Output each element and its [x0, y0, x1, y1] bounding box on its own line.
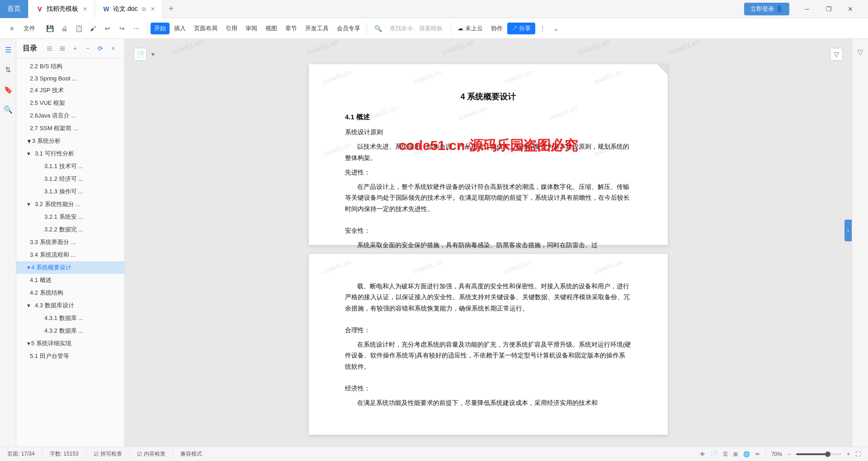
- print-preview-icon[interactable]: 🖨: [58, 22, 71, 35]
- redo-icon[interactable]: ↪: [116, 22, 128, 35]
- toc-item-5[interactable]: ▼ 5 系统详细实现: [16, 337, 124, 350]
- toc-item-321[interactable]: 3.2.1 系统安 ...: [16, 211, 124, 223]
- more-icon[interactable]: ⋯: [130, 22, 143, 35]
- toc-item-23[interactable]: 2.3 Spring Boot ...: [16, 73, 124, 84]
- toolbar-layout-btn[interactable]: 页面布局: [190, 23, 221, 34]
- sidebar-header: 目录 ⊟ ⊞ + − ⟳ ×: [16, 39, 124, 58]
- format-icon[interactable]: 🖌: [87, 22, 99, 35]
- doc-icon-btn[interactable]: 📄: [134, 48, 146, 61]
- zoom-level: 70%: [771, 451, 782, 457]
- toolbar-review-btn[interactable]: 审阅: [242, 23, 261, 34]
- print-view-icon: 📄: [711, 451, 717, 457]
- tab-doc-close[interactable]: ✕: [151, 6, 155, 12]
- toolbar-dev-btn[interactable]: 开发工具: [302, 23, 332, 34]
- save-icon[interactable]: 💾: [43, 22, 56, 35]
- design-principle-label: 系统设计原则: [345, 127, 632, 138]
- edit-view-btn[interactable]: 🌐: [743, 451, 750, 457]
- toc-item-313[interactable]: 3.1.3 操作可 ...: [16, 185, 124, 198]
- toolbar-reference-btn[interactable]: 引用: [222, 23, 241, 34]
- toc-item-25[interactable]: 2.5 VUE 框架: [16, 97, 124, 109]
- toc-item-42[interactable]: 4.2 系统结构: [16, 287, 124, 299]
- home-tab[interactable]: 首页: [0, 0, 28, 18]
- toc-item-312[interactable]: 3.1.2 经济可 ...: [16, 173, 124, 185]
- doc-area[interactable]: code51.cn code51.cn code51.cn code51.cn …: [125, 39, 852, 447]
- filter-icon[interactable]: ▽: [830, 48, 843, 61]
- zoom-slider-thumb[interactable]: [825, 452, 830, 457]
- toc-item-33[interactable]: 3.3 系统界面分 ...: [16, 236, 124, 249]
- toc-item-313-label: 3.1.3 操作可 ...: [23, 188, 83, 196]
- toc-item-4[interactable]: ▼ 4 系统概要设计: [16, 261, 124, 274]
- toc-item-311[interactable]: 3.1.1 技术可 ...: [16, 160, 124, 173]
- toolbar-expand-icon[interactable]: ⌄: [550, 22, 562, 35]
- toc-item-431[interactable]: 4.3.1 数据库 ...: [16, 312, 124, 325]
- toc-item-321-label: 3.2.1 系统安 ...: [23, 213, 83, 221]
- toc-item-322[interactable]: 3.2.2 数据完 ...: [16, 223, 124, 236]
- spell-check[interactable]: ☑ 拼写检查: [94, 450, 122, 458]
- zoom-out-btn[interactable]: −: [788, 451, 791, 457]
- fullscreen-btn[interactable]: ⛶: [855, 451, 861, 457]
- toc-sync-icon[interactable]: ⟳: [95, 43, 105, 53]
- toc-item-31[interactable]: ▼ 3.1 可行性分析: [16, 147, 124, 160]
- toolbar-undo-group: 💾 🖨 📋 🖌 ↩ ↪ ⋯: [42, 22, 145, 35]
- undo-icon[interactable]: ↩: [101, 22, 114, 35]
- toc-item-33-label: 3.3 系统界面分 ...: [23, 238, 75, 246]
- annotate-btn[interactable]: ✏: [755, 451, 760, 457]
- sidebar-close-icon[interactable]: ×: [108, 43, 118, 53]
- login-button[interactable]: 立即登录 👤: [744, 3, 789, 15]
- toolbar-divider-2: [367, 22, 367, 35]
- toc-item-432[interactable]: 4.3.2 数据库 ...: [16, 325, 124, 337]
- toolbar-chapter-btn[interactable]: 章节: [282, 23, 301, 34]
- print-icon[interactable]: 📋: [72, 22, 85, 35]
- collapse-all-icon[interactable]: ⊟: [45, 43, 55, 53]
- toc-item-43-label: 4.3 数据库设计: [31, 301, 74, 310]
- content-check[interactable]: ☑ 内容检查: [137, 450, 165, 458]
- toc-item-22[interactable]: 2.2 B/S 结构: [16, 60, 124, 73]
- print-view-btn[interactable]: 📄: [711, 451, 717, 457]
- toc-item-51[interactable]: 5.1 田户台管等: [16, 350, 124, 362]
- toolbar-collab-btn[interactable]: 协作: [487, 23, 506, 34]
- toolbar-more-icon[interactable]: ⋮: [536, 22, 549, 35]
- find-strip-icon[interactable]: 🔍: [2, 103, 14, 116]
- toc-strip-icon[interactable]: ☰: [2, 43, 14, 56]
- toc-item-27[interactable]: 2.7 SSM 框架简 ...: [16, 122, 124, 135]
- minimize-button[interactable]: ─: [797, 2, 817, 16]
- toc-item-41[interactable]: 4.1 概述: [16, 274, 124, 287]
- tab-doc-min[interactable]: ⧉: [142, 6, 146, 12]
- toc-item-3[interactable]: ▼ 3 系统分析: [16, 135, 124, 147]
- toolbar-file-icon[interactable]: ≡: [5, 22, 18, 35]
- nav-strip-icon[interactable]: ⇅: [2, 63, 14, 76]
- toolbar-file-btn[interactable]: 文件: [20, 23, 39, 34]
- read-view-btn[interactable]: 👁: [700, 451, 705, 457]
- toolbar-start-btn[interactable]: 开始: [151, 23, 170, 34]
- zoom-slider[interactable]: [796, 453, 841, 455]
- toc-item-24[interactable]: 2.4 JSP 技术: [16, 84, 124, 97]
- bookmark-strip-icon[interactable]: 🔖: [2, 83, 14, 96]
- toolbar-insert-btn[interactable]: 插入: [170, 23, 189, 34]
- tab-doc[interactable]: W 论文.doc ⧉ ✕: [95, 0, 163, 18]
- zoom-in-btn[interactable]: +: [847, 451, 850, 457]
- doc-top-toolbar: 📄 ▼ ▽: [125, 48, 852, 64]
- search-icon[interactable]: 🔍: [372, 22, 384, 35]
- toc-item-34[interactable]: 3.4 系统流程和 ...: [16, 249, 124, 261]
- toolbar-search-label[interactable]: 查找命令、搜索模板: [386, 23, 446, 34]
- toolbar-view-btn[interactable]: 视图: [262, 23, 281, 34]
- new-tab-button[interactable]: +: [163, 4, 179, 14]
- web-view-btn[interactable]: ⊞: [733, 451, 738, 457]
- toc-item-26[interactable]: 2.6Java 语言介 ...: [16, 109, 124, 122]
- toc-item-43[interactable]: ▼ 4.3 数据库设计: [16, 299, 124, 312]
- add-heading-icon[interactable]: +: [70, 43, 80, 53]
- right-panel-icon[interactable]: ▽: [858, 48, 863, 56]
- tab-wps[interactable]: V 找稻壳模板 ✕: [28, 0, 95, 18]
- restore-button[interactable]: ❐: [818, 2, 839, 16]
- toolbar-share-btn[interactable]: ↗ 分享: [507, 23, 536, 34]
- outline-view-btn[interactable]: ☰: [723, 451, 728, 457]
- remove-heading-icon[interactable]: −: [83, 43, 93, 53]
- tab-wps-close[interactable]: ✕: [83, 6, 87, 12]
- toolbar-cloud-btn[interactable]: ☁ 未上云: [454, 23, 486, 34]
- checkbox-spell: ☑: [94, 451, 99, 457]
- close-button[interactable]: ✕: [840, 2, 861, 16]
- toc-item-32[interactable]: ▼ 3.2 系统性能分 ...: [16, 198, 124, 211]
- right-expand-button[interactable]: ›: [844, 220, 852, 241]
- toolbar-member-btn[interactable]: 会员专享: [333, 23, 364, 34]
- expand-all-icon[interactable]: ⊞: [57, 43, 67, 53]
